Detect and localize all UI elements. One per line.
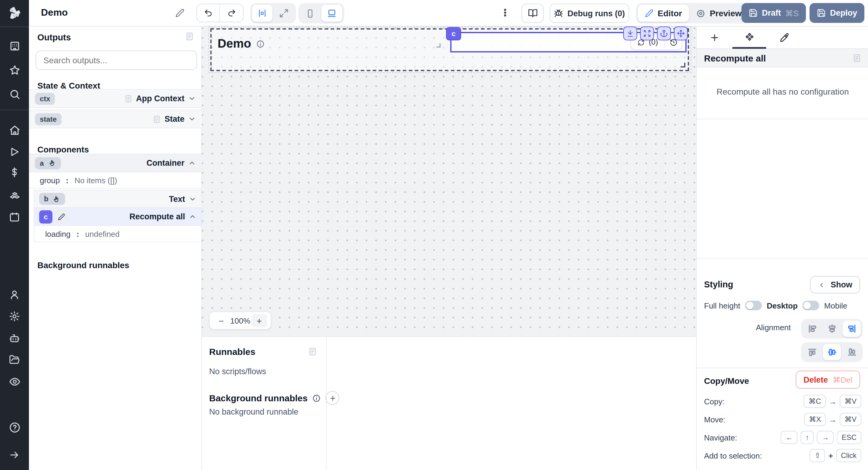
panel-log-icon[interactable] [185,32,194,41]
sidebar-item-settings[interactable] [0,306,29,326]
outputs-panel: Outputs State & Context ctx App Context … [29,27,202,470]
undo-redo-group [196,4,244,22]
chevron-down-icon[interactable] [189,195,196,203]
sidebar-item-resources[interactable] [0,184,29,205]
canvas-zoom-control: − 100% + [209,312,271,330]
search-outputs-input[interactable] [36,51,197,70]
expand-down-handle[interactable] [623,27,637,40]
centered-layout-button[interactable] [252,5,273,22]
sidebar-item-users[interactable] [0,284,29,305]
search-icon[interactable] [0,84,29,104]
desktop-view-button[interactable] [321,5,342,22]
mobile-view-button[interactable] [300,5,320,22]
pencil-icon [645,9,653,18]
sidebar-item-audit-logs[interactable] [0,371,29,391]
windmill-logo[interactable] [0,0,29,27]
preview-circle-icon [696,9,706,18]
output-row-ctx[interactable]: ctx App Context [29,89,202,108]
group-key: group [40,176,60,185]
navigate-label: Navigate: [704,433,737,442]
debug-runs-button[interactable]: Debug runs (0) [550,4,629,23]
full-height-toggle[interactable] [745,301,762,310]
align-right-button[interactable] [843,320,861,337]
tab-insert-component[interactable] [697,27,732,48]
sidebar-item-folders[interactable] [0,349,29,370]
align-left-button[interactable] [803,320,821,337]
edit-title-pencil-icon[interactable] [176,8,184,18]
sidebar-item-apps[interactable] [0,36,29,56]
zoom-in-button[interactable]: + [251,314,267,327]
tab-preview[interactable]: Preview [689,5,749,22]
prop-row-group: group : No items ([]) [29,173,202,189]
styling-title: Styling [704,280,733,289]
copy-label: Copy: [704,397,724,406]
sidebar-item-favorites[interactable] [0,60,29,80]
component-row-b[interactable]: b Text [34,190,201,208]
b-id: b [44,195,49,203]
add-background-runnable-button[interactable] [326,391,340,405]
delete-button[interactable]: Delete ⌘Del [796,371,860,389]
expand-handle[interactable] [640,27,654,40]
align-center-h-button[interactable] [823,320,841,337]
expand-sidebar-icon[interactable] [0,445,29,465]
kbd-cmd-v: ⌘V [840,395,861,408]
align-center-v-button[interactable] [823,344,841,361]
align-top-button[interactable] [803,344,821,361]
b-type-label: Text [169,194,185,203]
info-icon[interactable] [256,39,264,48]
chevron-up-icon[interactable] [188,159,196,167]
panel-log-icon[interactable] [308,347,317,356]
component-c-tab[interactable]: c [446,27,461,40]
info-icon [313,394,321,402]
help-icon[interactable] [0,417,29,437]
desktop-label: Desktop [767,301,798,310]
component-row-c-selected[interactable]: c Recompute all [34,208,201,225]
outputs-title: Outputs [37,33,71,42]
deploy-button[interactable]: Deploy [809,3,864,23]
loading-key: loading [45,229,70,238]
resize-corner[interactable] [681,63,685,67]
align-bottom-button[interactable] [843,344,861,361]
sidebar-item-home[interactable] [0,120,29,140]
chevron-up-icon[interactable] [189,213,196,221]
sidebar-item-variables[interactable] [0,162,29,183]
plus-glyph: + [829,451,833,460]
pencil-icon[interactable] [55,210,68,223]
sidebar-item-runs[interactable] [0,142,29,162]
tab-component-settings[interactable] [732,27,767,48]
desktop-mobile-toggle[interactable] [803,301,819,310]
runnables-title: Runnables [209,346,255,357]
app-canvas[interactable]: Demo c (0) [202,27,696,336]
zoom-out-button[interactable]: − [213,315,229,326]
undo-button[interactable] [197,4,220,22]
tab-styling[interactable] [767,27,802,48]
chevron-down-icon[interactable] [188,115,196,123]
topbar: Demo [29,0,868,27]
c-type-label: Recompute all [129,212,185,221]
fullwidth-layout-button[interactable] [274,5,294,22]
redo-button[interactable] [220,4,243,22]
doc-icon [124,94,133,103]
kbd-cmd-c: ⌘C [804,395,826,408]
a-badge: a [35,157,61,169]
chevron-down-icon[interactable] [188,95,196,102]
background-runnables-title: Background runnables [37,260,129,270]
docs-book-button[interactable] [521,4,544,23]
section-divider [697,258,868,258]
draft-label: Draft [762,8,781,18]
kebab-menu-icon[interactable] [500,8,510,18]
debug-runs-label: Debug runs (0) [567,9,625,18]
kbd-esc: ESC [837,431,861,444]
sidebar-item-workers[interactable] [0,328,29,348]
editor-label: Editor [658,8,682,18]
show-styling-button[interactable]: Show [810,276,860,293]
tab-editor[interactable]: Editor [638,5,689,22]
draft-button[interactable]: Draft ⌘S [741,3,806,23]
move-handle[interactable] [674,27,688,40]
anchor-handle[interactable] [657,27,671,40]
output-row-state[interactable]: state State [29,110,202,128]
sidebar-item-schedules[interactable] [0,207,29,227]
loading-value: undefined [85,229,120,238]
component-row-a[interactable]: a Container [29,154,202,173]
panel-log-icon[interactable] [852,53,861,62]
